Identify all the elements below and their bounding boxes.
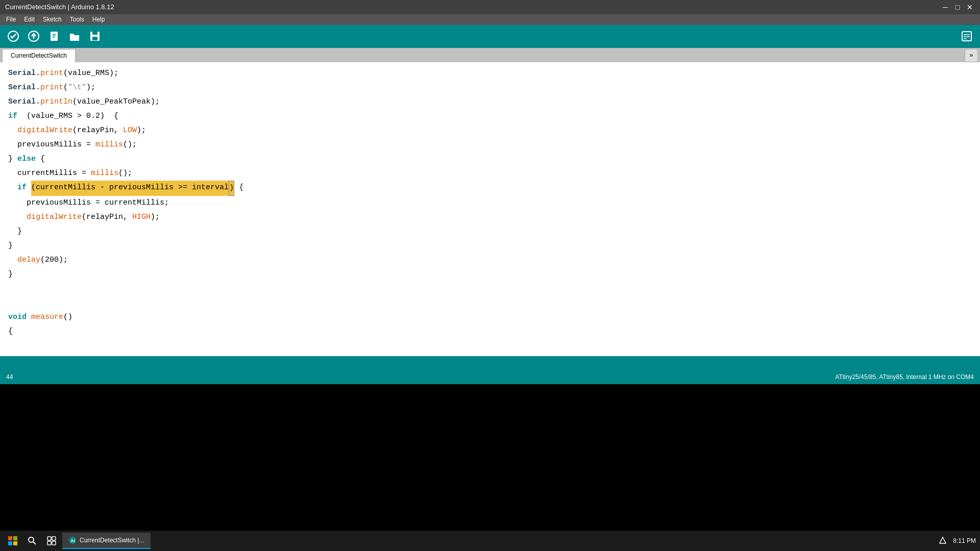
menu-sketch[interactable]: Sketch bbox=[39, 15, 66, 24]
new-button[interactable] bbox=[45, 27, 63, 45]
taskbar-right: 8:11 PM bbox=[939, 536, 976, 546]
upload-button[interactable] bbox=[24, 27, 43, 45]
window-title: CurrentDetectSwitch | Arduino 1.8.12 bbox=[5, 3, 114, 11]
start-button[interactable] bbox=[4, 533, 21, 549]
svg-marker-26 bbox=[940, 537, 946, 543]
status-bar: 44 ATtiny25/45/85, ATtiny85, Internal 1 … bbox=[0, 370, 980, 384]
code-line: currentMillis = millis(); bbox=[8, 166, 972, 181]
tab-current-detect-switch[interactable]: CurrentDetectSwitch bbox=[2, 49, 76, 62]
board-info: ATtiny25/45/85, ATtiny85, Internal 1 MHz… bbox=[835, 373, 974, 381]
svg-rect-9 bbox=[92, 37, 97, 40]
svg-point-18 bbox=[29, 537, 34, 542]
code-editor[interactable]: Serial.print(value_RMS); Serial.print("\… bbox=[0, 62, 980, 356]
toolbar bbox=[0, 25, 980, 48]
code-line: digitalWrite(relayPin, HIGH); bbox=[8, 210, 972, 224]
task-view-button[interactable] bbox=[43, 533, 60, 549]
tab-label: CurrentDetectSwitch bbox=[11, 52, 67, 59]
menu-edit[interactable]: Edit bbox=[20, 15, 39, 24]
svg-rect-15 bbox=[13, 536, 17, 540]
title-text: CurrentDetectSwitch | Arduino 1.8.12 bbox=[5, 3, 114, 11]
toolbar-right bbox=[958, 27, 976, 45]
open-button[interactable] bbox=[65, 27, 84, 45]
code-line: if (value_RMS > 0.2) { bbox=[8, 109, 972, 123]
bottom-panel bbox=[0, 384, 980, 531]
window-controls[interactable]: ─ □ ✕ bbox=[940, 2, 975, 12]
code-line: Serial.print(value_RMS); bbox=[8, 66, 972, 81]
teal-strip bbox=[0, 356, 980, 370]
code-line: void measure() bbox=[8, 310, 972, 324]
code-line: } else { bbox=[8, 152, 972, 166]
svg-text:Ai: Ai bbox=[70, 538, 75, 543]
menu-help[interactable]: Help bbox=[88, 15, 109, 24]
svg-rect-3 bbox=[51, 32, 58, 41]
svg-rect-14 bbox=[8, 536, 12, 540]
save-button[interactable] bbox=[86, 27, 104, 45]
svg-rect-10 bbox=[962, 32, 971, 41]
minimize-button[interactable]: ─ bbox=[940, 2, 950, 12]
close-button[interactable]: ✕ bbox=[965, 2, 975, 12]
maximize-button[interactable]: □ bbox=[952, 2, 963, 12]
code-line: previousMillis = currentMillis; bbox=[8, 196, 972, 210]
svg-rect-20 bbox=[47, 537, 51, 540]
taskbar-app-label: CurrentDetectSwitch |... bbox=[80, 537, 144, 544]
verify-button[interactable] bbox=[4, 27, 22, 45]
serial-monitor-button[interactable] bbox=[958, 27, 976, 45]
arduino-taskbar-item[interactable]: Ai CurrentDetectSwitch |... bbox=[62, 533, 151, 549]
system-tray[interactable] bbox=[939, 536, 947, 546]
code-line: } bbox=[8, 239, 972, 253]
svg-line-19 bbox=[33, 542, 36, 544]
svg-rect-17 bbox=[13, 541, 17, 545]
menu-tools[interactable]: Tools bbox=[66, 15, 88, 24]
taskbar: Ai CurrentDetectSwitch |... 8:11 PM bbox=[0, 531, 980, 551]
svg-rect-8 bbox=[92, 32, 97, 35]
code-line: Serial.println(value_PeakToPeak); bbox=[8, 95, 972, 109]
code-line: { bbox=[8, 324, 972, 339]
code-line bbox=[8, 282, 972, 296]
svg-rect-16 bbox=[8, 541, 12, 545]
code-line: } bbox=[8, 224, 972, 239]
code-line: Serial.print("\t"); bbox=[8, 81, 972, 95]
svg-rect-21 bbox=[52, 537, 56, 540]
tab-bar: CurrentDetectSwitch » bbox=[0, 48, 980, 62]
menu-file[interactable]: File bbox=[2, 15, 20, 24]
clock[interactable]: 8:11 PM bbox=[953, 537, 976, 544]
code-line: delay(200); bbox=[8, 253, 972, 267]
line-number: 44 bbox=[6, 373, 13, 381]
code-line-highlighted: if (currentMillis - previousMillis >= in… bbox=[8, 181, 972, 196]
tab-scroll-button[interactable]: » bbox=[965, 49, 978, 62]
search-button[interactable] bbox=[23, 533, 41, 549]
code-line: } bbox=[8, 267, 972, 282]
menu-bar: File Edit Sketch Tools Help bbox=[0, 14, 980, 25]
svg-rect-22 bbox=[47, 541, 51, 545]
svg-rect-23 bbox=[52, 541, 56, 545]
code-line bbox=[8, 296, 972, 310]
code-line: digitalWrite(relayPin, LOW); bbox=[8, 123, 972, 138]
title-bar: CurrentDetectSwitch | Arduino 1.8.12 ─ □… bbox=[0, 0, 980, 14]
code-line: previousMillis = millis(); bbox=[8, 138, 972, 152]
